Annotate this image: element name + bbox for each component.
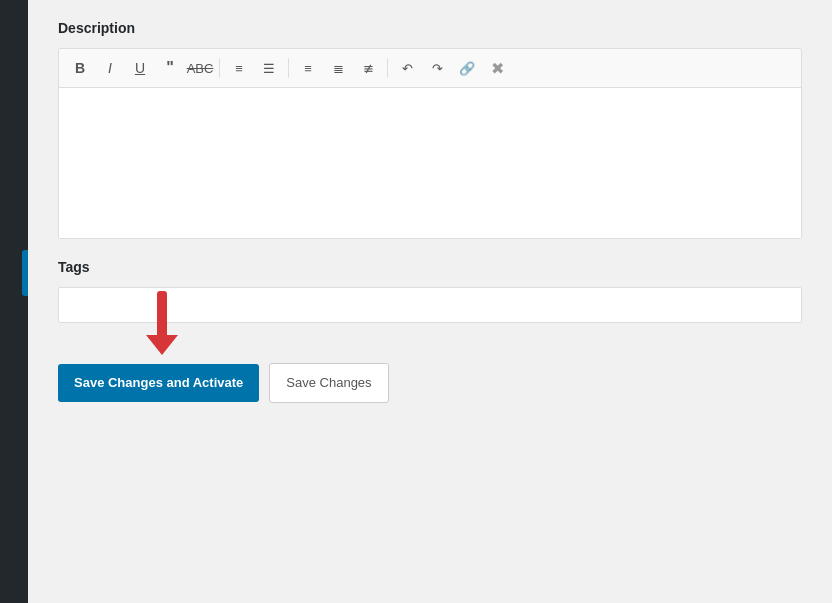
sidebar-blue-tab — [22, 250, 28, 296]
toolbar-align-left-button[interactable]: ≡ — [295, 55, 321, 81]
toolbar-ol-button[interactable]: ☰ — [256, 55, 282, 81]
buttons-row: Save Changes and Activate Save Changes — [58, 363, 802, 403]
editor-body[interactable] — [59, 88, 801, 238]
toolbar-strikethrough-button[interactable]: ABC — [187, 55, 213, 81]
toolbar-link-button[interactable]: 🔗 — [454, 55, 480, 81]
arrow-indicator — [146, 291, 178, 355]
toolbar-undo-button[interactable]: ↶ — [394, 55, 420, 81]
save-changes-button[interactable]: Save Changes — [269, 363, 388, 403]
tags-label: Tags — [58, 259, 802, 275]
arrow-head — [146, 335, 178, 355]
toolbar-separator-2 — [288, 58, 289, 78]
editor-wrapper: B I U " ABC ≡ ☰ — [58, 48, 802, 239]
toolbar-italic-button[interactable]: I — [97, 55, 123, 81]
toolbar-separator-1 — [219, 58, 220, 78]
save-changes-activate-button[interactable]: Save Changes and Activate — [58, 364, 259, 402]
toolbar-align-right-button[interactable]: ≢ — [355, 55, 381, 81]
arrow-shaft — [157, 291, 167, 335]
editor-toolbar: B I U " ABC ≡ ☰ — [59, 49, 801, 88]
toolbar-separator-3 — [387, 58, 388, 78]
toolbar-ul-button[interactable]: ≡ — [226, 55, 252, 81]
toolbar-underline-button[interactable]: U — [127, 55, 153, 81]
toolbar-bold-button[interactable]: B — [67, 55, 93, 81]
main-content: Description B I U " ABC — [28, 0, 832, 603]
toolbar-align-center-button[interactable]: ≣ — [325, 55, 351, 81]
toolbar-redo-button[interactable]: ↷ — [424, 55, 450, 81]
content-inner: Description B I U " ABC — [28, 0, 832, 603]
description-label: Description — [58, 20, 802, 36]
buttons-area: Save Changes and Activate Save Changes — [58, 359, 802, 403]
sidebar-accent — [0, 0, 28, 603]
toolbar-remove-format-button[interactable]: ✖ — [484, 55, 510, 81]
toolbar-quote-button[interactable]: " — [157, 55, 183, 81]
